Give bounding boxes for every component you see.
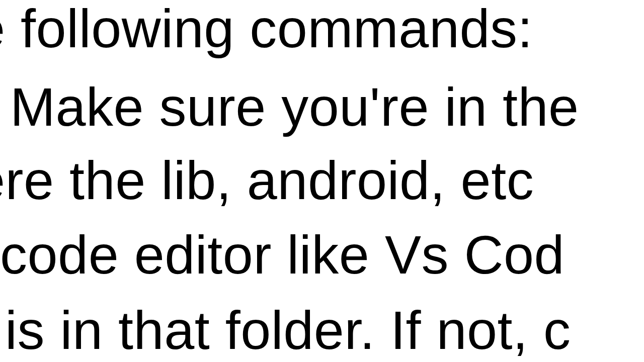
text-line-4: code editor like Vs Cod xyxy=(0,223,565,286)
text-line-1: e following commands: xyxy=(0,0,533,60)
text-line-3: ere the lib, android, etc xyxy=(0,149,534,212)
text-line-5: is in that folder. If not, c xyxy=(5,299,571,361)
text-line-2: Make sure you're in the xyxy=(10,75,579,138)
cropped-text-viewport: e following commands: Make sure you're i… xyxy=(0,0,644,362)
